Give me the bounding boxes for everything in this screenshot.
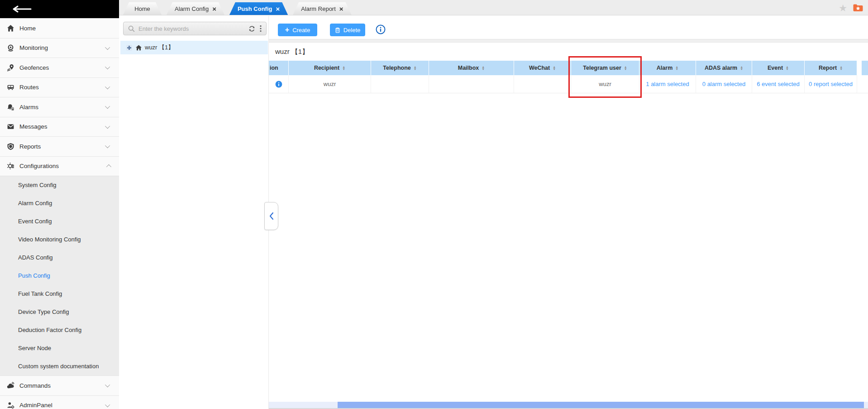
sidebar-item-label: Geofences <box>19 64 106 71</box>
submenu-item-event-config[interactable]: Event Config <box>0 212 119 231</box>
tree-node-label: wuzr 【1】 <box>145 43 174 52</box>
sidebar: Home Monitoring Geofences Routes <box>0 0 119 409</box>
tab-alarm-config[interactable]: Alarm Config × <box>167 2 224 15</box>
sidebar-item-label: Monitoring <box>19 44 106 51</box>
sort-icon[interactable]: ▲▼ <box>342 66 345 70</box>
favorites-folder-icon[interactable] <box>853 3 863 12</box>
adas-alarm-selected-link[interactable]: 0 alarm selected <box>702 81 745 87</box>
column-header-recipient[interactable]: Recipient ▲▼ <box>289 61 371 75</box>
trash-icon <box>335 27 340 33</box>
create-button-label: Create <box>292 27 310 34</box>
report-selected-link[interactable]: 0 report selected <box>809 81 853 87</box>
sidebar-item-configurations[interactable]: Configurations <box>0 156 119 176</box>
sort-icon[interactable]: ▲▼ <box>414 66 417 70</box>
column-header-adas-alarm[interactable]: ADAS alarm ▲▼ <box>696 61 752 75</box>
more-vertical-icon[interactable] <box>260 25 262 32</box>
close-icon[interactable]: × <box>339 5 343 12</box>
tabs: Home Alarm Config × Push Config × Alarm … <box>123 2 357 15</box>
delete-button[interactable]: Delete <box>330 24 365 36</box>
tab-label: Alarm Report <box>301 5 336 12</box>
column-header-wechat[interactable]: WeChat ▲▼ <box>514 61 571 75</box>
configurations-submenu: System Config Alarm Config Event Config … <box>0 176 119 375</box>
home-icon <box>135 44 142 51</box>
submenu-item-device-type-config[interactable]: Device Type Config <box>0 303 119 321</box>
sidebar-item-adminpanel[interactable]: AdminPanel <box>0 395 119 409</box>
column-header-telegram-user[interactable]: Telegram user ▲▼ <box>571 61 639 75</box>
submenu-item-video-monitoring-config[interactable]: Video Monitoring Config <box>0 231 119 249</box>
sidebar-item-routes[interactable]: Routes <box>0 77 119 97</box>
column-header-telephone[interactable]: Telephone ▲▼ <box>371 61 429 75</box>
star-icon[interactable]: ★ <box>839 3 847 13</box>
tab-push-config[interactable]: Push Config × <box>229 2 288 15</box>
sidebar-item-label: Configurations <box>19 163 106 169</box>
submenu-item-deduction-factor-config[interactable]: Deduction Factor Config <box>0 321 119 339</box>
sort-icon[interactable]: ▲▼ <box>839 66 843 70</box>
configurations-icon <box>6 162 14 170</box>
back-arrow-icon[interactable] <box>13 5 33 13</box>
cell-recipient: wuzr <box>289 75 371 93</box>
tab-label: Push Config <box>238 5 272 12</box>
sort-icon[interactable]: ▲▼ <box>624 66 627 70</box>
submenu-item-push-config[interactable]: Push Config <box>0 267 119 285</box>
sort-icon[interactable]: ▲▼ <box>482 66 485 70</box>
delete-button-label: Delete <box>343 27 361 34</box>
sort-icon[interactable]: ▲▼ <box>786 66 789 70</box>
recipients-table: ion Recipient ▲▼ Telephone ▲▼ Mailbox ▲▼… <box>269 61 868 93</box>
tree-node-wuzr[interactable]: wuzr 【1】 <box>120 41 268 54</box>
info-icon[interactable] <box>376 24 386 34</box>
cell-telegram-user: wuzr <box>571 75 639 93</box>
sort-icon[interactable]: ▲▼ <box>740 66 743 70</box>
sidebar-item-label: Routes <box>19 84 106 91</box>
topbar-right-icons: ★ <box>839 0 863 15</box>
submenu-item-alarm-config[interactable]: Alarm Config <box>0 194 119 212</box>
submenu-item-adas-config[interactable]: ADAS Config <box>0 249 119 267</box>
tab-label: Alarm Config <box>175 5 209 12</box>
sidebar-item-home[interactable]: Home <box>0 18 119 38</box>
expand-plus-icon[interactable] <box>126 45 132 51</box>
sidebar-item-messages[interactable]: Messages <box>0 117 119 137</box>
submenu-item-fuel-tank-config[interactable]: Fuel Tank Config <box>0 285 119 303</box>
refresh-icon[interactable] <box>248 25 255 32</box>
table-header-row: ion Recipient ▲▼ Telephone ▲▼ Mailbox ▲▼… <box>269 61 868 75</box>
sidebar-item-label: AdminPanel <box>19 402 106 409</box>
app-window: Home Monitoring Geofences Routes <box>0 0 868 409</box>
sidebar-item-monitoring[interactable]: Monitoring <box>0 38 119 58</box>
submenu-item-server-node[interactable]: Server Node <box>0 339 119 357</box>
sidebar-item-reports[interactable]: Reports <box>0 136 119 156</box>
cell-wechat <box>514 75 571 93</box>
sidebar-item-commands[interactable]: Commands <box>0 375 119 395</box>
column-header-mailbox[interactable]: Mailbox ▲▼ <box>429 61 514 75</box>
event-selected-link[interactable]: 6 event selected <box>757 81 800 87</box>
close-icon[interactable]: × <box>276 5 280 12</box>
horizontal-scrollbar <box>269 402 868 408</box>
column-header-event[interactable]: Event ▲▼ <box>752 61 805 75</box>
row-action-cell <box>269 75 289 93</box>
column-header-action: ion <box>269 61 289 75</box>
search-tools <box>248 25 262 32</box>
messages-icon <box>6 123 14 131</box>
tree-panel: wuzr 【1】 <box>120 16 268 409</box>
close-icon[interactable]: × <box>212 5 216 12</box>
tab-home[interactable]: Home <box>123 2 162 15</box>
sidebar-item-label: Messages <box>19 123 106 130</box>
sort-icon[interactable]: ▲▼ <box>675 66 678 70</box>
horizontal-scrollbar-thumb[interactable] <box>338 402 864 408</box>
table-row: wuzr wuzr 1 alarm selected 0 alarm selec… <box>269 75 868 93</box>
collapse-panel-handle[interactable] <box>264 202 278 230</box>
tab-bar: Home Alarm Config × Push Config × Alarm … <box>119 0 868 15</box>
tab-alarm-report[interactable]: Alarm Report × <box>293 2 351 15</box>
sidebar-item-alarms[interactable]: Alarms <box>0 97 119 117</box>
commands-icon <box>6 381 14 390</box>
submenu-item-custom-system-documentation[interactable]: Custom system documentation <box>0 357 119 375</box>
column-header-alarm[interactable]: Alarm ▲▼ <box>639 61 696 75</box>
row-info-icon[interactable] <box>275 81 282 88</box>
main-content: + Create Delete wuzr 【1】 ion Recipient ▲… <box>268 16 868 409</box>
create-button[interactable]: + Create <box>278 24 317 36</box>
sidebar-item-geofences[interactable]: Geofences <box>0 58 119 77</box>
alarm-selected-link[interactable]: 1 alarm selected <box>646 81 689 87</box>
submenu-item-system-config[interactable]: System Config <box>0 176 119 194</box>
column-header-report[interactable]: Report ▲▼ <box>805 61 857 75</box>
search-input[interactable] <box>138 25 248 32</box>
alarms-icon <box>6 103 14 111</box>
sort-icon[interactable]: ▲▼ <box>553 66 556 70</box>
